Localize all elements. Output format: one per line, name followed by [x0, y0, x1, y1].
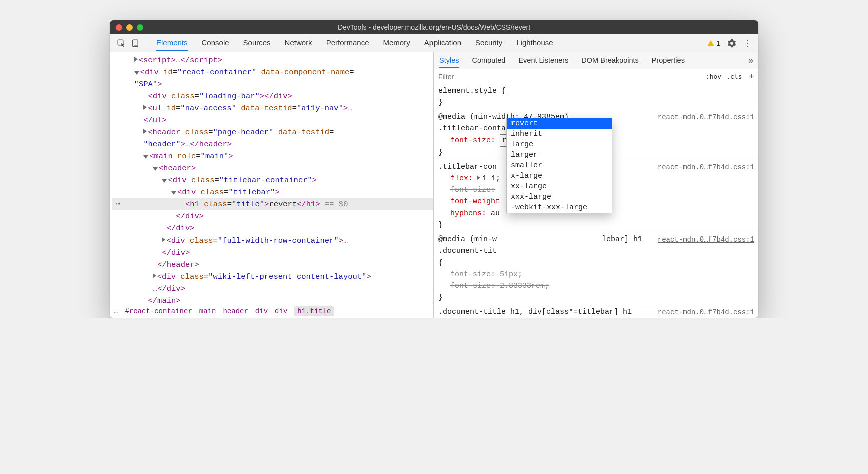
source-link[interactable]: react-mdn.0…f7b4d.css:1 [658, 162, 754, 173]
zoom-window-button[interactable] [137, 24, 143, 31]
subtab-styles[interactable]: Styles [439, 53, 459, 68]
breadcrumb: … #react-container main header div div h… [110, 304, 433, 318]
subtab-computed[interactable]: Computed [472, 53, 506, 68]
breadcrumb-item[interactable]: main [199, 307, 216, 315]
autocomplete-option-selected[interactable]: revert [507, 118, 612, 129]
tab-security[interactable]: Security [475, 35, 502, 51]
dom-tree[interactable]: <script>…</script> <div id="react-contai… [110, 52, 433, 304]
warning-count: 1 [716, 39, 720, 47]
autocomplete-option[interactable]: large [507, 139, 612, 150]
breadcrumb-item[interactable]: #react-container [125, 307, 192, 315]
autocomplete-option[interactable]: larger [507, 150, 612, 160]
breadcrumb-ellipsis[interactable]: … [114, 307, 118, 315]
breadcrumb-item[interactable]: header [223, 307, 248, 315]
tab-performance[interactable]: Performance [326, 35, 369, 51]
tab-network[interactable]: Network [285, 35, 312, 51]
main-toolbar: Elements Console Sources Network Perform… [110, 34, 758, 52]
more-icon[interactable]: ⋮ [743, 39, 752, 48]
hov-toggle[interactable]: :hov [706, 73, 721, 80]
device-toggle-icon[interactable] [131, 39, 140, 48]
tab-sources[interactable]: Sources [243, 35, 271, 51]
traffic-lights [110, 24, 143, 31]
autocomplete-option[interactable]: smaller [507, 160, 612, 171]
autocomplete-option[interactable]: xxx-large [507, 192, 612, 202]
cls-toggle[interactable]: .cls [726, 73, 742, 80]
tab-console[interactable]: Console [202, 35, 229, 51]
subtab-dom-breakpoints[interactable]: DOM Breakpoints [581, 53, 638, 68]
tab-elements[interactable]: Elements [156, 35, 188, 51]
window-title: DevTools - developer.mozilla.org/en-US/d… [110, 23, 758, 31]
styles-tab-strip: Styles Computed Event Listeners DOM Brea… [434, 52, 758, 69]
close-window-button[interactable] [116, 24, 122, 31]
tab-lighthouse[interactable]: Lighthouse [516, 35, 553, 51]
subtab-event-listeners[interactable]: Event Listeners [518, 53, 568, 68]
autocomplete-option[interactable]: inherit [507, 129, 612, 139]
dom-selected-node[interactable]: <h1 class="title">revert</h1> == $0 [112, 198, 433, 210]
tab-application[interactable]: Application [424, 35, 461, 51]
settings-icon[interactable] [727, 39, 736, 48]
devtools-window: DevTools - developer.mozilla.org/en-US/d… [110, 20, 758, 318]
subtab-properties[interactable]: Properties [652, 53, 685, 68]
warning-icon [707, 40, 714, 46]
window-titlebar: DevTools - developer.mozilla.org/en-US/d… [110, 20, 758, 34]
minimize-window-button[interactable] [126, 24, 133, 31]
main-tab-strip: Elements Console Sources Network Perform… [156, 35, 707, 51]
autocomplete-option[interactable]: xx-large [507, 181, 612, 192]
autocomplete-dropdown[interactable]: revert inherit large larger smaller x-la… [506, 118, 612, 213]
breadcrumb-item[interactable]: div [255, 307, 268, 315]
styles-filter-input[interactable] [438, 73, 701, 81]
new-rule-icon[interactable]: + [749, 71, 754, 82]
source-link[interactable]: react-mdn.0…f7b4d.css:1 [658, 307, 754, 318]
breadcrumb-current[interactable]: h1.title [294, 306, 334, 316]
inspect-element-icon[interactable] [117, 39, 126, 48]
tab-memory[interactable]: Memory [383, 35, 410, 51]
autocomplete-option[interactable]: -webkit-xxx-large [507, 202, 612, 213]
source-link[interactable]: react-mdn.0…f7b4d.css:1 [658, 112, 754, 123]
more-tabs-icon[interactable]: » [748, 55, 753, 66]
warnings-button[interactable]: 1 [707, 39, 720, 47]
breadcrumb-item[interactable]: div [275, 307, 287, 315]
autocomplete-option[interactable]: x-large [507, 171, 612, 181]
source-link[interactable]: react-mdn.0…f7b4d.css:1 [658, 234, 754, 246]
